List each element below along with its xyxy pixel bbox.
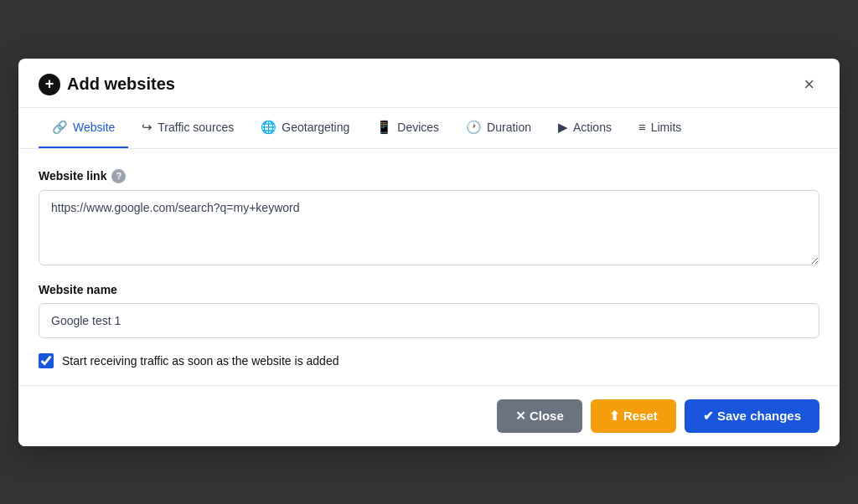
geotargeting-tab-icon: 🌐 <box>261 120 277 135</box>
tab-devices-label: Devices <box>397 121 439 134</box>
reset-button[interactable]: ⬆ Reset <box>591 399 676 433</box>
tab-website-label: Website <box>73 121 115 134</box>
plus-icon: + <box>39 74 60 95</box>
close-button[interactable]: ✕ Close <box>497 399 582 433</box>
website-name-label-row: Website name <box>39 283 819 296</box>
modal-title: + Add websites <box>39 74 175 95</box>
tab-actions-label: Actions <box>573 121 612 134</box>
limits-tab-icon: ≡ <box>638 120 646 134</box>
website-link-label-row: Website link ? <box>39 169 819 183</box>
website-name-input[interactable] <box>39 303 819 338</box>
save-changes-button[interactable]: ✔ Save changes <box>685 399 819 433</box>
modal-body: Website link ? https://www.google.com/se… <box>18 149 840 385</box>
tab-website[interactable]: 🔗 Website <box>39 108 128 148</box>
website-tab-icon: 🔗 <box>52 120 68 135</box>
tab-actions[interactable]: ▶ Actions <box>545 108 625 148</box>
modal-footer: ✕ Close ⬆ Reset ✔ Save changes <box>18 385 840 446</box>
website-link-help-icon[interactable]: ? <box>111 169 126 183</box>
tabs-bar: 🔗 Website ↪ Traffic sources 🌐 Geotargeti… <box>18 108 840 149</box>
tab-duration-label: Duration <box>487 121 531 134</box>
website-link-label: Website link <box>39 169 106 183</box>
website-name-label: Website name <box>39 283 117 296</box>
modal-close-button[interactable]: × <box>799 74 819 95</box>
modal-overlay: + Add websites × 🔗 Website ↪ Traffic sou… <box>0 0 858 504</box>
tab-geotargeting-label: Geotargeting <box>282 121 349 134</box>
tab-duration[interactable]: 🕐 Duration <box>452 108 545 148</box>
tab-traffic-sources-label: Traffic sources <box>158 121 234 134</box>
website-link-group: Website link ? https://www.google.com/se… <box>39 169 819 268</box>
traffic-checkbox-row: Start receiving traffic as soon as the w… <box>39 353 819 368</box>
website-link-textarea[interactable]: https://www.google.com/search?q=my+keywo… <box>39 190 819 265</box>
traffic-checkbox[interactable] <box>39 353 54 368</box>
tab-geotargeting[interactable]: 🌐 Geotargeting <box>247 108 363 148</box>
actions-tab-icon: ▶ <box>558 120 568 135</box>
tab-limits-label: Limits <box>651 121 682 134</box>
traffic-checkbox-label[interactable]: Start receiving traffic as soon as the w… <box>62 354 339 368</box>
tab-traffic-sources[interactable]: ↪ Traffic sources <box>128 108 247 148</box>
modal-dialog: + Add websites × 🔗 Website ↪ Traffic sou… <box>18 59 840 446</box>
traffic-sources-tab-icon: ↪ <box>142 120 152 135</box>
duration-tab-icon: 🕐 <box>466 120 482 135</box>
tab-devices[interactable]: 📱 Devices <box>363 108 452 148</box>
devices-tab-icon: 📱 <box>376 120 392 135</box>
modal-header: + Add websites × <box>18 59 840 108</box>
modal-title-text: Add websites <box>67 75 175 94</box>
website-name-group: Website name <box>39 283 819 338</box>
tab-limits[interactable]: ≡ Limits <box>625 108 695 147</box>
